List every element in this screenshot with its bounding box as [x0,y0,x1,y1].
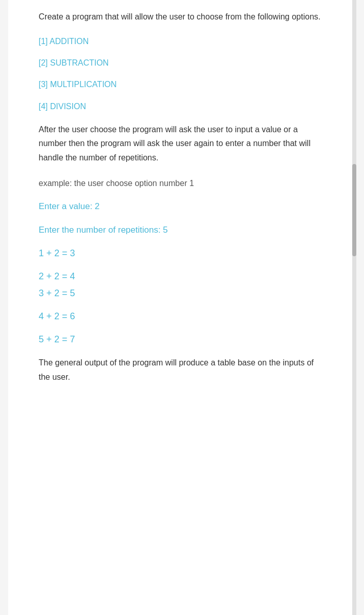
equation-2: 2 + 2 = 4 [39,270,326,283]
prompt-enter-repetitions: Enter the number of repetitions: 5 [39,223,326,237]
description-text: After the user choose the program will a… [39,122,326,165]
equation-5: 5 + 2 = 7 [39,333,326,346]
menu-item-1: [1] ADDITION [39,36,326,47]
equation-4: 4 + 2 = 6 [39,310,326,323]
equation-3: 3 + 2 = 5 [39,286,326,300]
menu-item-2: [2] SUBTRACTION [39,57,326,69]
prompt-enter-value: Enter a value: 2 [39,200,326,213]
menu-item-3: [3] MULTIPLICATION [39,79,326,90]
scrollbar[interactable] [352,0,356,615]
intro-text: Create a program that will allow the use… [39,10,326,24]
equation-1: 1 + 2 = 3 [39,247,326,260]
menu-item-4: [4] DIVISION [39,101,326,112]
page-container: Create a program that will allow the use… [8,0,356,615]
example-text: example: the user choose option number 1 [39,177,326,190]
scrollbar-thumb[interactable] [352,164,356,256]
footer-text: The general output of the program will p… [39,356,326,383]
main-content: Create a program that will allow the use… [39,10,326,384]
